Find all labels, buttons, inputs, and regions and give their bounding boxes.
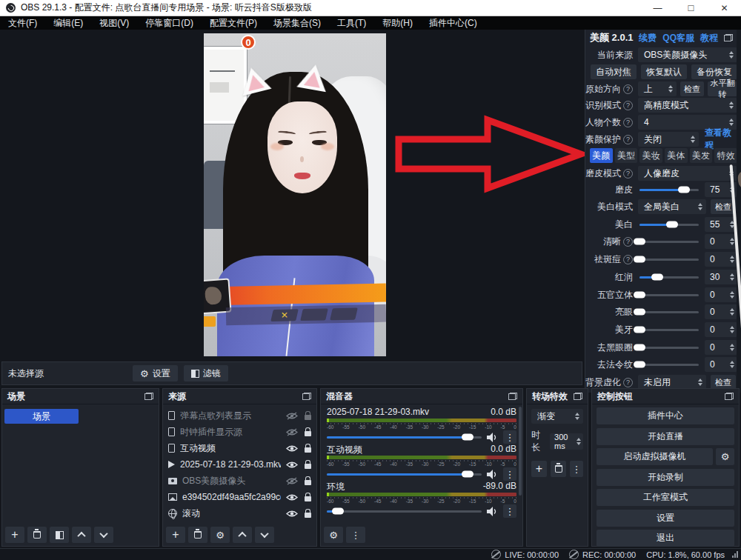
restore-defaults-button[interactable]: 恢复默认	[641, 64, 687, 79]
preview-video[interactable]: 0 ✕	[204, 33, 386, 356]
menu-view[interactable]: 视图(V)	[91, 16, 137, 30]
source-row[interactable]: e394502df49aa5fc2a99cd2e7c	[163, 489, 316, 505]
popout-icon[interactable]	[302, 393, 311, 400]
minimize-button[interactable]: —	[641, 0, 674, 16]
current-source-select[interactable]: OBS美颜摄像头	[638, 47, 737, 62]
channel-options-button[interactable]: ⋮	[503, 504, 516, 518]
source-move-up-button[interactable]	[233, 527, 252, 543]
add-transition-button[interactable]: +	[531, 461, 547, 477]
eye-visible-icon[interactable]	[286, 461, 298, 469]
start-virtual-camera-button[interactable]: 启动虚拟摄像机	[597, 448, 713, 465]
speaker-icon[interactable]	[487, 433, 498, 442]
dark-circles-spinbox[interactable]: 0	[705, 340, 737, 355]
bg-blur-check-button[interactable]: 检查	[711, 375, 736, 390]
menu-file[interactable]: 文件(F)	[0, 16, 45, 30]
bg-blur-select[interactable]: 未启用	[638, 375, 706, 390]
whiten-spinbox[interactable]: 55	[705, 217, 737, 232]
lock-icon[interactable]	[305, 464, 311, 469]
eye-visible-icon[interactable]	[286, 444, 298, 453]
menu-tools[interactable]: 工具(T)	[329, 16, 374, 30]
teeth-spinbox[interactable]: 0	[705, 322, 737, 337]
lock-icon[interactable]	[305, 513, 311, 518]
menu-scene-collection[interactable]: 场景集合(S)	[265, 16, 329, 30]
start-recording-button[interactable]: 开始录制	[597, 469, 734, 486]
popout-icon[interactable]	[508, 393, 517, 400]
orientation-select[interactable]: 上	[638, 81, 677, 96]
source-row[interactable]: OBS美颜摄像头	[163, 473, 316, 489]
teeth-slider[interactable]	[639, 329, 699, 331]
smooth-slider[interactable]	[639, 189, 699, 191]
source-move-down-button[interactable]	[255, 527, 274, 543]
remove-scene-button[interactable]	[27, 527, 47, 543]
tab-hair[interactable]: 美发	[690, 148, 713, 163]
whiten-mode-select[interactable]: 全局美白	[638, 199, 706, 214]
help-icon[interactable]: ?	[623, 84, 633, 94]
backup-restore-button[interactable]: 备份恢复	[691, 64, 737, 79]
smile-lines-spinbox[interactable]: 0	[705, 357, 737, 372]
rosy-spinbox[interactable]: 30	[705, 270, 737, 284]
maximize-button[interactable]: □	[674, 0, 708, 16]
makeup-protect-select[interactable]: 关闭	[638, 132, 699, 147]
popout-icon[interactable]	[725, 393, 734, 400]
start-streaming-button[interactable]: 开始直播	[597, 428, 734, 445]
volume-slider[interactable]	[327, 510, 482, 513]
eye-visible-icon[interactable]	[286, 510, 298, 518]
menu-help[interactable]: 帮助(H)	[374, 16, 421, 30]
smile-lines-slider[interactable]	[639, 364, 699, 366]
advanced-audio-button[interactable]: ⚙	[324, 527, 343, 543]
rosy-slider[interactable]	[639, 276, 699, 279]
beauty-scrollbar[interactable]	[737, 30, 741, 393]
speaker-icon[interactable]	[487, 507, 498, 516]
dark-circles-slider[interactable]	[639, 347, 699, 349]
help-icon[interactable]: ?	[623, 237, 633, 247]
volume-slider[interactable]	[327, 436, 482, 439]
popout-icon[interactable]	[574, 393, 582, 400]
lock-icon[interactable]	[305, 431, 311, 436]
renew-link[interactable]: 续费	[639, 32, 657, 44]
source-row[interactable]: 时钟插件显示源	[163, 424, 316, 440]
help-icon[interactable]: ?	[623, 135, 633, 144]
transition-select[interactable]: 渐变	[531, 409, 583, 424]
menu-edit[interactable]: 编辑(E)	[45, 16, 91, 30]
studio-mode-button[interactable]: 工作室模式	[597, 489, 734, 506]
scene-filters-button[interactable]	[50, 527, 69, 543]
smooth-mode-select[interactable]: 人像磨皮	[638, 166, 737, 181]
menu-docks[interactable]: 停靠窗口(D)	[137, 16, 202, 30]
settings-button[interactable]: 设置	[597, 510, 734, 527]
blemish-spinbox[interactable]: 0	[705, 252, 737, 267]
unlock-icon[interactable]	[305, 415, 311, 420]
contour-spinbox[interactable]: 0	[705, 287, 737, 302]
orientation-check-button[interactable]: 检查	[680, 81, 704, 96]
source-row[interactable]: 弹幕点歌列表显示	[163, 407, 316, 424]
scene-move-up-button[interactable]	[72, 527, 91, 543]
add-scene-button[interactable]: +	[5, 527, 24, 543]
tutorial-link[interactable]: 教程	[700, 32, 718, 44]
bright-eyes-slider[interactable]	[639, 311, 699, 313]
source-filters-button[interactable]: 滤镜	[184, 365, 228, 381]
add-source-button[interactable]: +	[166, 527, 185, 543]
help-icon[interactable]: ?	[623, 169, 633, 179]
mixer-options-button[interactable]: ⋮	[346, 527, 365, 543]
clarity-spinbox[interactable]: 0	[705, 234, 737, 249]
blemish-slider[interactable]	[639, 259, 699, 261]
help-icon[interactable]: ?	[623, 118, 633, 127]
help-icon[interactable]: ?	[623, 378, 633, 387]
menu-plugin-center[interactable]: 插件中心(C)	[421, 16, 485, 30]
channel-options-button[interactable]: ⋮	[503, 467, 516, 481]
clarity-slider[interactable]	[639, 241, 699, 243]
speaker-icon[interactable]	[487, 470, 498, 479]
lock-icon[interactable]	[305, 496, 311, 501]
tab-beauty[interactable]: 美颜	[590, 148, 613, 163]
whiten-slider[interactable]	[639, 224, 699, 226]
source-row[interactable]: 互动视频	[163, 440, 316, 456]
close-button[interactable]: ✕	[708, 0, 741, 16]
exit-button[interactable]: 退出	[597, 530, 734, 547]
eye-hidden-icon[interactable]	[286, 412, 298, 420]
remove-transition-button[interactable]	[551, 461, 566, 477]
help-icon[interactable]: ?	[623, 101, 633, 110]
eye-hidden-icon[interactable]	[286, 428, 298, 436]
source-row[interactable]: 2025-07-18 21-29-03.mkv	[163, 456, 316, 473]
mixer-scrollbar[interactable]	[519, 407, 522, 496]
tab-makeup[interactable]: 美妆	[639, 148, 662, 163]
source-properties-button[interactable]: ⚙ 设置	[133, 365, 178, 381]
